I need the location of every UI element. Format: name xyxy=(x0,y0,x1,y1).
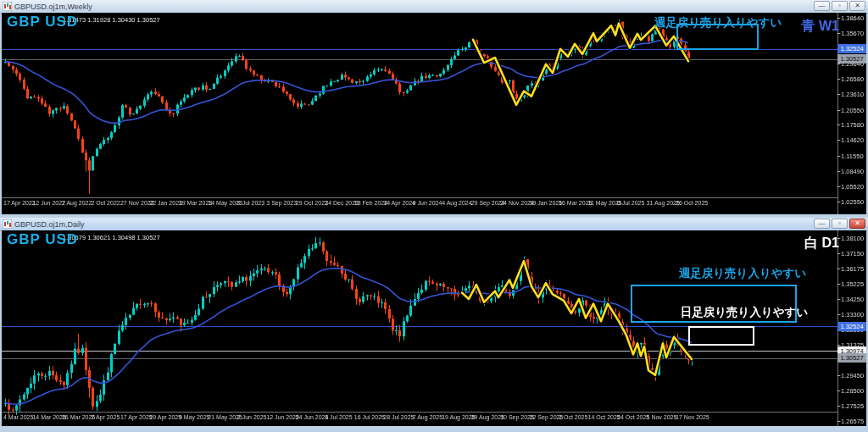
price-axis-label: 1.33300 xyxy=(841,310,864,318)
annotation-box-daily-sell[interactable] xyxy=(688,326,754,346)
minimize-button[interactable]: — xyxy=(814,1,830,11)
symbol-label: GBP USD xyxy=(7,231,78,248)
symbol-label: GBP USD xyxy=(7,14,78,30)
price-tag: 1.30527 xyxy=(837,54,866,64)
weekly-title-bar[interactable]: GBPUSD.oj1m,Weekly — ▫ ✕ xyxy=(0,0,868,14)
date-axis-label: 24 Jun 2025 xyxy=(296,414,329,420)
date-axis-label: 2 Oct 2025 xyxy=(559,414,587,420)
price-axis-label: 1.27525 xyxy=(841,402,864,409)
date-axis-label: 31 Aug 2025 xyxy=(647,200,680,206)
annotation-text-weekly-sell[interactable]: 週足戻り売り入りやすい xyxy=(679,266,806,281)
date-axis-label: 12 Jun 2022 xyxy=(32,200,65,206)
date-axis-label: 2 Jun 2025 xyxy=(237,414,267,420)
price-axis-label: 1.38640 xyxy=(841,14,864,22)
date-axis-label: 24 Oct 2025 xyxy=(617,414,649,420)
date-axis-label: 29 Apr 2025 xyxy=(149,414,181,420)
date-axis-label: 9 Jun 2024 xyxy=(413,200,442,206)
price-tag: 1.32524 xyxy=(837,44,866,53)
price-axis-label: 1.11550 xyxy=(841,152,864,159)
timeframe-note-d1: 白 D1 xyxy=(804,235,839,252)
date-axis-label: 28 Jul 2025 xyxy=(383,414,414,420)
date-axis-label: 7 Apr 2025 xyxy=(91,414,120,420)
price-tag: 1.32524 xyxy=(837,322,866,331)
price-tag: 1.30527 xyxy=(837,353,866,363)
maximize-button[interactable]: ▫ xyxy=(832,219,848,229)
price-axis-label: 1.20550 xyxy=(841,106,864,114)
maximize-button[interactable]: ▫ xyxy=(832,1,848,11)
weekly-chart-area: GBP USD 1.31473 1.31928 1.30430 1.30527 … xyxy=(2,13,866,214)
date-axis-label: 16 Mar 2025 xyxy=(559,200,592,206)
date-axis-label: 6 Jul 2025 xyxy=(617,200,644,206)
date-axis-label: 9 Jul 2023 xyxy=(237,200,264,206)
date-axis-label: 18 Feb 2024 xyxy=(354,200,387,206)
date-axis-label: 29 Oct 2023 xyxy=(296,200,328,206)
date-axis-label: 9 May 2025 xyxy=(179,414,210,420)
close-button[interactable]: ✕ xyxy=(849,219,865,229)
daily-title-bar[interactable]: GBPUSD.oj1m,Daily — ▫ ✕ xyxy=(0,218,868,231)
price-axis-label: 1.34250 xyxy=(841,295,864,302)
date-axis-label: 7 Aug 2025 xyxy=(413,414,442,420)
price-axis-label: 1.23610 xyxy=(841,91,864,98)
date-axis-label: 16 Jul 2025 xyxy=(354,414,385,420)
window-title: GBPUSD.oj1m,Daily xyxy=(14,220,85,229)
date-axis-label: 14 Oct 2025 xyxy=(588,414,620,420)
annotation-box-weekly-sell[interactable] xyxy=(676,24,759,50)
price-axis-label: 1.35670 xyxy=(841,29,864,36)
price-axis-label: 1.14620 xyxy=(841,136,864,144)
date-axis-label: 29 Aug 2025 xyxy=(471,414,504,420)
daily-chart-area: GBP USD 1.30579 1.30621 1.30498 1.30527 … xyxy=(2,230,866,426)
date-axis-label: 14 Mar 2025 xyxy=(32,414,65,420)
date-axis-label: 22 Jan 2023 xyxy=(149,200,182,206)
window-title: GBPUSD.oj1m,Weekly xyxy=(14,3,92,11)
date-axis-label: 17 Apr 2025 xyxy=(120,414,153,420)
date-axis-label: 12 Jun 2025 xyxy=(266,414,299,420)
weekly-chart-window: GBPUSD.oj1m,Weekly — ▫ ✕ GBP USD 1.31473… xyxy=(0,0,868,216)
price-axis-label: 1.37150 xyxy=(841,249,864,257)
date-axis-label: 4 Mar 2025 xyxy=(3,414,33,420)
date-axis-label: 19 Aug 2025 xyxy=(442,414,475,420)
date-axis-label: 5 Nov 2025 xyxy=(647,414,677,420)
date-axis-label: 4 Jul 2025 xyxy=(325,414,352,420)
date-axis-label: 17 Apr 2022 xyxy=(3,200,36,206)
price-axis-label: 1.05520 xyxy=(841,182,864,190)
chart-icon xyxy=(3,219,12,229)
chart-icon xyxy=(3,2,12,11)
date-axis-label: 19 Mar 2023 xyxy=(179,200,212,206)
date-axis-label: 7 Aug 2022 xyxy=(62,200,92,206)
price-axis-label: 1.28500 xyxy=(841,386,864,394)
price-axis-label: 1.17580 xyxy=(841,121,864,129)
daily-chart-window: GBPUSD.oj1m,Daily — ▫ ✕ GBP USD 1.30579 … xyxy=(0,218,868,428)
date-axis-label: 14 Apr 2024 xyxy=(383,200,415,206)
price-axis-label: 1.29450 xyxy=(841,371,864,379)
timeframe-note-w1: 青 W1 xyxy=(802,18,839,36)
price-axis-label: 1.26575 xyxy=(841,417,864,424)
minimize-button[interactable]: — xyxy=(814,219,830,229)
date-axis-label: 26 Mar 2025 xyxy=(62,414,95,420)
date-axis-label: 19 Jan 2025 xyxy=(530,200,563,206)
date-axis-label: 4 Aug 2024 xyxy=(442,200,471,206)
window-controls: — ▫ ✕ xyxy=(814,219,865,229)
close-button[interactable]: ✕ xyxy=(849,1,865,11)
annotation-text-daily-sell[interactable]: 日足戻り売り入りやすい xyxy=(681,305,808,320)
price-axis-label: 1.35225 xyxy=(841,280,864,287)
price-axis-label: 1.36175 xyxy=(841,264,864,272)
date-axis-label: 17 Nov 2025 xyxy=(676,414,709,420)
date-axis-label: 3 Sep 2023 xyxy=(266,200,297,206)
date-axis-label: 2 Oct 2022 xyxy=(91,200,120,206)
price-axis-label: 1.02550 xyxy=(841,197,864,205)
price-axis-label: 1.26580 xyxy=(841,75,864,83)
price-axis-label: 1.08490 xyxy=(841,167,864,174)
date-axis-label: 26 Oct 2025 xyxy=(676,200,708,206)
window-controls: — ▫ ✕ xyxy=(814,1,865,11)
price-axis-label: 1.38100 xyxy=(841,235,864,242)
